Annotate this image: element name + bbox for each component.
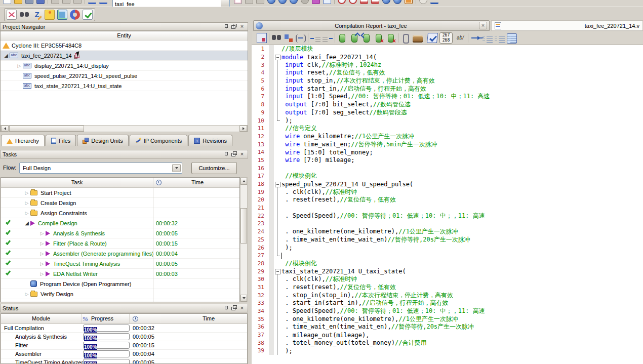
- timing-clock-icon-1[interactable]: [338, 0, 346, 4]
- next-bookmark-icon[interactable]: [349, 33, 359, 43]
- task-row[interactable]: ▷Assign Constraints: [1, 208, 239, 218]
- save-all-icon[interactable]: [36, 0, 45, 4]
- collapse-arrow-icon[interactable]: ▷: [38, 231, 46, 236]
- task-row[interactable]: Program Device (Open Programmer): [1, 279, 239, 289]
- expand-arrow-icon[interactable]: ◢: [23, 220, 30, 226]
- verify-icon[interactable]: [323, 0, 331, 4]
- collapse-arrow-icon[interactable]: ▷: [38, 261, 46, 266]
- collapse-arrow-icon[interactable]: ▷: [23, 190, 30, 195]
- code-line[interactable]: 24 . one_kilometre(one_kilometre),//1公里产…: [252, 228, 643, 236]
- device-row[interactable]: Cyclone III: EP3C55F484C8: [1, 41, 248, 51]
- task-row[interactable]: ▷Fitter (Place & Route)00:00:15: [1, 238, 239, 249]
- fold-collapse-icon[interactable]: [274, 267, 282, 275]
- collapse-arrow-icon[interactable]: ▷: [16, 63, 23, 68]
- outdent-icon[interactable]: [323, 34, 333, 44]
- compile-sphere-icon-3[interactable]: [290, 0, 298, 4]
- code-line[interactable]: 3 input clk,//标准时钟，1024hz: [252, 61, 643, 69]
- task-row[interactable]: ▷Analysis & Synthesis00:00:05: [1, 228, 239, 238]
- scroll-right-icon[interactable]: [239, 126, 247, 132]
- cut-icon[interactable]: [73, 0, 82, 4]
- code-line[interactable]: 15 wire [7:0] mileage;: [252, 156, 643, 165]
- task-row[interactable]: ▷Verify Design: [1, 289, 239, 299]
- code-line[interactable]: 9 output [7:0] seg_select//数码管段选: [252, 109, 643, 117]
- compilation-report-titlebar[interactable]: Compilation Report - taxi_fee ×: [253, 20, 490, 31]
- tree-item[interactable]: ◢abctaxi_fee_220721_14: [1, 51, 248, 61]
- task-row[interactable]: ◢Compile Design00:00:32: [1, 218, 239, 228]
- code-line[interactable]: 8 output [7:0] bit_select,//数码管位选: [252, 101, 643, 109]
- tree-item[interactable]: abcspeed_pulse_220721_14:U_speed_pulse: [1, 71, 248, 81]
- help-icon[interactable]: [419, 0, 427, 4]
- code-line[interactable]: 2module taxi_fee_220721_14(: [252, 53, 643, 61]
- code-line[interactable]: 6 input start_in,//启动信号，行程开始，高有效: [252, 85, 643, 93]
- netlist-sphere-icon-2[interactable]: [393, 0, 401, 4]
- progress-column-header[interactable]: Progress: [91, 314, 113, 323]
- code-line[interactable]: 13 wire time_wait_en;//暂停等待,5min产生一次脉冲: [252, 140, 643, 148]
- code-line[interactable]: 38 . totel_money_out(totel_money)//合计费用: [252, 339, 643, 347]
- code-line[interactable]: 17 //模块例化: [252, 172, 643, 180]
- code-line[interactable]: 31 . reset(reset),//复位信号，低有效: [252, 284, 643, 292]
- code-line[interactable]: 33 . start_in(start_in),//启动信号，行程开始，高有效: [252, 299, 643, 307]
- close-icon[interactable]: [238, 305, 246, 311]
- collapse-arrow-icon[interactable]: ▷: [38, 251, 46, 256]
- line-count-badge[interactable]: 267268: [439, 32, 453, 44]
- code-editor[interactable]: 1//顶层模块2module taxi_fee_220721_14(3 inpu…: [252, 45, 643, 364]
- delete-bookmark-icon[interactable]: [374, 33, 384, 43]
- pin-icon[interactable]: [222, 305, 229, 311]
- code-line[interactable]: 28 //模块例化: [252, 260, 643, 268]
- document-titlebar[interactable]: taxi_fee_220721_14.v: [491, 20, 643, 31]
- code-line[interactable]: 5 input stop_in,//本次行程结束，停止计费，高有效: [252, 77, 643, 85]
- code-line[interactable]: 10 );: [252, 116, 643, 125]
- show-fold-margin-icon[interactable]: [507, 33, 517, 44]
- code-line[interactable]: 34 . Speed(Speed),//00: 暂停等待；01: 低速；10: …: [252, 307, 643, 315]
- combobox-arrow-icon[interactable]: [221, 0, 229, 7]
- customize-button[interactable]: Customize...: [191, 162, 237, 174]
- task-row[interactable]: ▷Assembler (Generate programming files)0…: [1, 249, 239, 259]
- fold-collapse-icon[interactable]: [274, 53, 282, 61]
- collapse-arrow-icon[interactable]: ▷: [38, 241, 46, 246]
- code-line[interactable]: 21: [252, 204, 643, 212]
- design-check-icon[interactable]: [83, 10, 93, 20]
- new-file-icon[interactable]: [3, 0, 11, 4]
- tab-design-units[interactable]: Design Units: [77, 135, 128, 146]
- scroll-left-icon[interactable]: [1, 126, 9, 132]
- code-line[interactable]: 1//顶层模块: [252, 45, 643, 53]
- close-project-icon[interactable]: [234, 0, 242, 4]
- refresh-compile-icon[interactable]: [70, 10, 80, 20]
- code-line[interactable]: 11 //信号定义: [252, 125, 643, 133]
- tree-item[interactable]: abctaxi_state_220721_14:U_taxi_state: [1, 81, 248, 91]
- code-line[interactable]: 18speed_pulse_220721_14 U_speed_pulse(: [252, 180, 643, 188]
- task-row[interactable]: ▷EDA Netlist Writer00:00:03: [1, 269, 239, 279]
- scrollbar-thumb[interactable]: [240, 208, 247, 244]
- analyze-file-icon[interactable]: [427, 33, 438, 43]
- task-column-header[interactable]: Task: [1, 178, 153, 187]
- compile-sphere-icon-1[interactable]: [267, 0, 275, 4]
- undo-icon[interactable]: [88, 0, 96, 4]
- code-line[interactable]: 27: [252, 252, 643, 260]
- pin-icon[interactable]: [222, 151, 229, 157]
- settings-icon[interactable]: [256, 0, 264, 4]
- copy-icon[interactable]: [51, 0, 59, 4]
- open-in-main-window-icon[interactable]: [257, 33, 267, 43]
- close-report-icon[interactable]: ×: [479, 22, 487, 29]
- task-row[interactable]: ▷TimeQuest Timing Analysis00:00:05: [1, 259, 239, 269]
- context-help-icon[interactable]: [430, 0, 438, 4]
- code-line[interactable]: 39 );: [252, 347, 643, 355]
- code-line[interactable]: 16: [252, 164, 643, 172]
- float-icon[interactable]: [230, 151, 237, 157]
- tab-hierarchy[interactable]: Hierarchy: [1, 135, 45, 146]
- code-line[interactable]: 7 input [1:0] Speed,//00: 暂停等待；01: 低速；10…: [252, 93, 643, 101]
- code-line[interactable]: 4 input reset,//复位信号，低有效: [252, 69, 643, 77]
- task-row[interactable]: ▷Start Project: [1, 188, 239, 198]
- assignment-editor-icon[interactable]: Z: [32, 10, 42, 20]
- code-line[interactable]: 22 . Speed(Speed),//00: 暂停等待；01: 低速；10: …: [252, 212, 643, 220]
- comment-toggle-icon[interactable]: ab/: [455, 33, 466, 43]
- collapse-arrow-icon[interactable]: ▷: [23, 211, 30, 216]
- code-line[interactable]: 25 . time_wait_en(time_wait_en)//暂停等待,20…: [252, 236, 643, 244]
- waveform-icon-2[interactable]: [371, 0, 379, 4]
- fold-all-icon[interactable]: [483, 33, 493, 44]
- open-file-icon[interactable]: [14, 0, 22, 4]
- indent-icon[interactable]: [310, 34, 320, 44]
- time-column-header[interactable]: Time: [173, 314, 244, 323]
- code-line[interactable]: 12 wire one_kilometre;//1公里产生一次脉冲: [252, 133, 643, 141]
- code-line[interactable]: 36 . time_wait_en(time_wait_en),//暂停等待,2…: [252, 323, 643, 331]
